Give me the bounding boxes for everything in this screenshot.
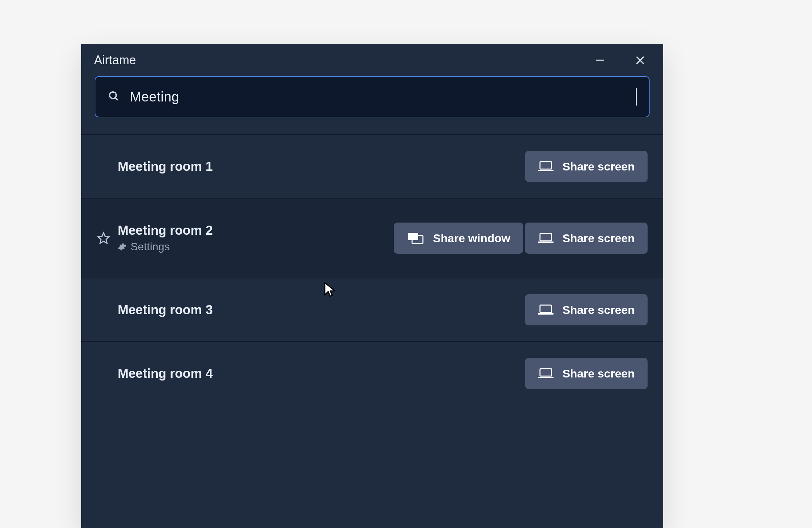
- room-name: Meeting room 3: [118, 303, 213, 317]
- svg-rect-11: [538, 241, 553, 243]
- laptop-icon: [538, 367, 553, 380]
- laptop-icon: [538, 232, 553, 244]
- windows-icon: [407, 231, 424, 245]
- svg-rect-10: [540, 233, 551, 241]
- settings-link[interactable]: Settings: [118, 240, 213, 253]
- room-name: Meeting room 4: [118, 366, 213, 381]
- app-title: Airtame: [94, 53, 136, 67]
- search-area: [81, 76, 663, 134]
- svg-rect-15: [538, 377, 553, 378]
- share-screen-button[interactable]: Share screen: [525, 223, 648, 254]
- svg-rect-8: [408, 233, 418, 240]
- share-window-button[interactable]: Share window: [394, 223, 523, 254]
- share-screen-label: Share screen: [562, 232, 635, 245]
- settings-label: Settings: [131, 240, 170, 253]
- svg-rect-6: [538, 170, 553, 171]
- room-row[interactable]: Meeting room 1 Share screen: [81, 134, 663, 198]
- svg-rect-14: [540, 369, 551, 376]
- svg-point-3: [110, 92, 116, 99]
- share-screen-label: Share screen: [562, 304, 635, 317]
- laptop-icon: [538, 160, 553, 173]
- star-icon: [97, 231, 110, 245]
- share-screen-button[interactable]: Share screen: [525, 294, 648, 325]
- room-list: Meeting room 1 Share screen Meeting: [81, 134, 663, 405]
- svg-rect-12: [540, 305, 551, 312]
- gear-icon: [118, 243, 127, 251]
- svg-rect-5: [540, 162, 551, 169]
- app-window: Airtame Meeting room 1: [81, 44, 663, 528]
- window-controls: [593, 54, 647, 67]
- share-screen-button[interactable]: Share screen: [525, 358, 648, 389]
- room-row[interactable]: Meeting room 4 Share screen: [81, 341, 663, 405]
- laptop-icon: [538, 304, 553, 316]
- share-window-label: Share window: [433, 232, 510, 245]
- room-name: Meeting room 1: [118, 159, 213, 174]
- room-name: Meeting room 2: [118, 223, 213, 238]
- minimize-button[interactable]: [593, 54, 607, 67]
- svg-marker-7: [98, 233, 109, 243]
- titlebar: Airtame: [81, 44, 663, 76]
- minimize-icon: [594, 54, 606, 66]
- share-screen-label: Share screen: [562, 367, 635, 380]
- favorite-toggle[interactable]: [97, 231, 110, 245]
- search-input[interactable]: [130, 89, 626, 104]
- share-screen-label: Share screen: [562, 160, 635, 173]
- svg-rect-13: [538, 313, 553, 314]
- close-button[interactable]: [633, 54, 647, 67]
- search-box[interactable]: [95, 76, 650, 117]
- text-cursor: [636, 88, 637, 105]
- close-icon: [634, 54, 646, 66]
- svg-line-4: [115, 98, 118, 100]
- share-screen-button[interactable]: Share screen: [525, 151, 648, 182]
- search-icon: [107, 90, 120, 103]
- room-row[interactable]: Meeting room 2 Settings Share window: [81, 198, 663, 278]
- room-row[interactable]: Meeting room 3 Share screen: [81, 278, 663, 341]
